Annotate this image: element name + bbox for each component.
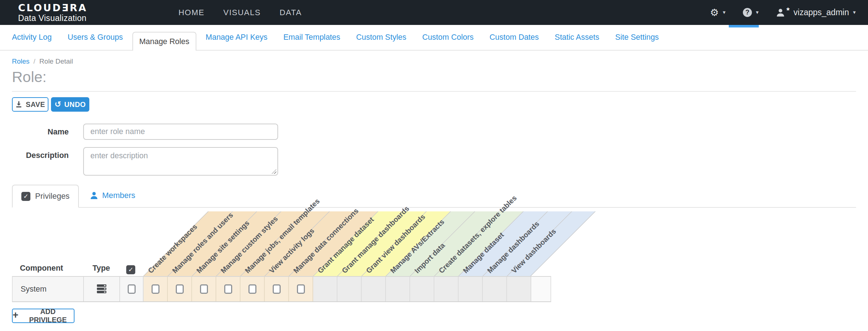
nav-item-data[interactable]: DATA <box>280 8 302 17</box>
row-select-cell <box>120 277 144 301</box>
disabled-cell-grant-manage-dataset <box>313 277 337 301</box>
detail-tab-bar: ✓ Privileges Members <box>12 183 856 208</box>
tab-email-templates[interactable]: Email Templates <box>283 33 340 42</box>
privilege-cell-view-activity-logs <box>265 277 289 301</box>
breadcrumb-separator: / <box>34 57 35 65</box>
tab-privileges[interactable]: ✓ Privileges <box>12 185 79 208</box>
top-navbar: CLOUDƎRA Data Visualization HOMEVISUALSD… <box>0 0 868 25</box>
role-name-input[interactable] <box>83 124 278 140</box>
privilege-cell-manage-data-connections <box>289 277 313 301</box>
privilege-cell-manage-site-settings <box>192 277 216 301</box>
privilege-checkbox-create-workspaces[interactable] <box>152 284 159 294</box>
undo-icon: ↺ <box>55 100 61 108</box>
tab-manage-roles[interactable]: Manage Roles <box>132 32 196 51</box>
privilege-checkbox-manage-site-settings[interactable] <box>200 284 208 294</box>
plus-icon: + <box>13 310 18 320</box>
page-content: Roles / Role Detail Role: SAVE ↺ UNDO Na… <box>0 57 868 323</box>
chevron-down-icon: ▾ <box>723 10 726 15</box>
disabled-cell-manage-avs-extracts <box>386 277 410 301</box>
username-label: vizapps_admin <box>793 8 849 17</box>
add-privilege-label: ADD PRIVILEGE <box>22 308 74 324</box>
privilege-checkbox-manage-jobs-email-templates[interactable] <box>248 284 256 294</box>
nav-item-home[interactable]: HOME <box>178 8 204 17</box>
cloudera-logo[interactable]: CLOUDƎRA Data Visualization <box>18 3 87 22</box>
breadcrumb: Roles / Role Detail <box>12 57 856 65</box>
breadcrumb-roles-link[interactable]: Roles <box>12 57 30 65</box>
checked-box-icon: ✓ <box>21 192 30 201</box>
tab-members[interactable]: Members <box>90 191 135 207</box>
privilege-cell-manage-custom-styles <box>216 277 241 301</box>
disabled-cell-create-datasets-explore-tables <box>434 277 459 301</box>
gear-icon: ⚙ <box>710 8 719 17</box>
tab-manage-api-keys[interactable]: Manage API Keys <box>206 33 268 42</box>
disabled-cell-import-data <box>410 277 434 301</box>
page-title: Role: <box>12 69 856 86</box>
user-menu[interactable]: * vizapps_admin ▾ <box>776 8 856 17</box>
select-all-checkbox[interactable]: ✓ <box>126 265 135 274</box>
logo-product: Data Visualization <box>18 14 87 22</box>
toolbar: SAVE ↺ UNDO <box>12 97 856 112</box>
disabled-cell-grant-manage-dashboards <box>337 277 362 301</box>
role-form: Name Description <box>12 124 856 176</box>
description-form-row: Description <box>12 147 856 176</box>
table-row: System <box>12 276 551 302</box>
role-description-input[interactable] <box>83 147 278 176</box>
description-label: Description <box>12 147 69 176</box>
members-tab-label: Members <box>102 191 135 200</box>
undo-label: UNDO <box>64 100 86 109</box>
admin-star-badge: * <box>786 6 790 15</box>
user-icon <box>776 8 785 17</box>
tab-custom-dates[interactable]: Custom Dates <box>490 33 539 42</box>
save-button[interactable]: SAVE <box>12 97 48 112</box>
type-cell <box>84 277 120 301</box>
name-label: Name <box>12 124 69 140</box>
add-privilege-button[interactable]: + ADD PRIVILEGE <box>12 309 75 323</box>
chevron-down-icon: ▾ <box>853 10 856 15</box>
privilege-checkbox-manage-roles-and-users[interactable] <box>176 284 184 294</box>
undo-button[interactable]: ↺ UNDO <box>51 97 89 112</box>
tab-site-settings[interactable]: Site Settings <box>615 33 659 42</box>
active-menu-indicator <box>729 25 759 27</box>
main-menu: HOMEVISUALSDATA <box>178 8 302 17</box>
navbar-right: ⚙ ▾ ? ▾ * vizapps_admin ▾ <box>710 8 856 17</box>
save-label: SAVE <box>26 100 45 109</box>
nav-item-visuals[interactable]: VISUALS <box>223 8 260 17</box>
tab-static-assets[interactable]: Static Assets <box>555 33 599 42</box>
privileges-matrix: Create workspacesManage roles and usersM… <box>12 208 856 302</box>
privilege-cell-manage-jobs-email-templates <box>241 277 265 301</box>
disabled-cell-grant-view-dashboards <box>362 277 386 301</box>
system-type-icon <box>96 284 107 294</box>
tab-activity-log[interactable]: Activity Log <box>12 33 52 42</box>
type-column-header: Type <box>83 264 119 273</box>
privileges-tab-label: Privileges <box>35 192 69 201</box>
tab-custom-styles[interactable]: Custom Styles <box>356 33 407 42</box>
tab-users-groups[interactable]: Users & Groups <box>68 33 123 42</box>
breadcrumb-current: Role Detail <box>39 57 73 65</box>
privilege-checkbox-manage-data-connections[interactable] <box>297 284 305 294</box>
disabled-cell-manage-dashboards <box>483 277 507 301</box>
settings-menu[interactable]: ⚙ ▾ <box>710 8 726 17</box>
save-icon <box>15 101 22 108</box>
component-cell: System <box>13 277 84 301</box>
row-select-checkbox[interactable] <box>128 284 136 294</box>
disabled-cell-view-dashboards <box>507 277 531 301</box>
privilege-checkbox-manage-custom-styles[interactable] <box>224 284 232 294</box>
help-menu[interactable]: ? ▾ <box>743 8 759 17</box>
privilege-cell-create-workspaces <box>144 277 168 301</box>
member-icon <box>90 191 98 200</box>
tab-custom-colors[interactable]: Custom Colors <box>422 33 473 42</box>
logo-brand: CLOUDƎRA <box>18 3 87 13</box>
chevron-down-icon: ▾ <box>756 10 759 15</box>
name-form-row: Name <box>12 124 856 140</box>
filler-cell <box>531 277 550 301</box>
privilege-cell-manage-roles-and-users <box>168 277 192 301</box>
admin-tab-bar: Activity LogUsers & GroupsManage RolesMa… <box>0 25 868 51</box>
disabled-cell-manage-dataset <box>459 277 483 301</box>
title-divider <box>12 91 856 92</box>
privilege-checkbox-view-activity-logs[interactable] <box>273 284 281 294</box>
help-icon: ? <box>743 8 752 17</box>
component-column-header: Component <box>20 264 63 273</box>
